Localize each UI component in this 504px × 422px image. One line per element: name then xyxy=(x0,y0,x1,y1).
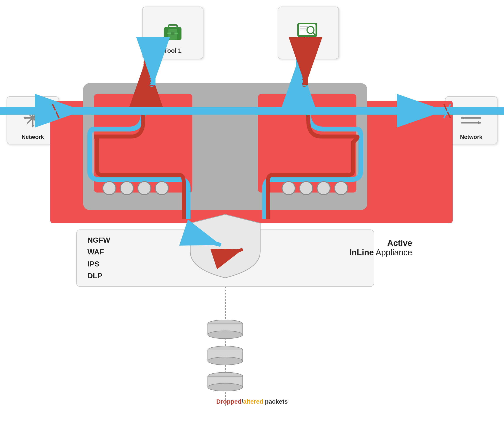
svg-text:(S-1) Before: (S-1) Before xyxy=(301,60,306,87)
svg-point-37 xyxy=(208,357,243,365)
packets-text: packets xyxy=(263,398,288,405)
tool-box-right: Tool 2 xyxy=(278,6,339,59)
active-inline-label: Active InLine Appliance xyxy=(349,239,412,257)
active-text: Active xyxy=(349,239,412,248)
label-dlp: DLP xyxy=(87,270,110,281)
label-ngfw: NGFW xyxy=(87,234,110,246)
dropped-packets-label: Dropped/altered packets xyxy=(216,398,288,405)
svg-text:(S-1) After: (S-1) After xyxy=(142,62,147,85)
svg-point-21 xyxy=(120,182,133,195)
svg-point-26 xyxy=(317,182,330,195)
svg-marker-73 xyxy=(461,116,464,119)
diagram-container: (S-1) After (P-1) Before (P-1) After (S-… xyxy=(0,0,504,422)
inline-labels: NGFW WAF IPS DLP xyxy=(87,234,110,282)
svg-rect-9 xyxy=(83,107,367,115)
svg-point-24 xyxy=(282,182,295,195)
svg-overlay: (S-1) After (P-1) Before (P-1) After (S-… xyxy=(0,0,504,422)
tool-right-label: Tool 2 xyxy=(300,47,317,54)
svg-marker-74 xyxy=(478,121,481,124)
arrows-icon xyxy=(22,107,44,132)
garland-tagline-small: T E C H N O L O G Y xyxy=(153,146,240,149)
inline-bold: InLine xyxy=(349,248,374,257)
svg-marker-65 xyxy=(23,116,26,119)
altered-text: altered xyxy=(243,398,263,405)
edgelens-label: EdgeLens® xyxy=(153,154,240,164)
monitor-search-icon xyxy=(296,22,320,45)
garland-logo: GARLAND T E C H N O L O G Y See every bi… xyxy=(153,127,240,164)
svg-rect-5 xyxy=(0,107,504,115)
svg-rect-28 xyxy=(77,230,374,287)
svg-point-25 xyxy=(300,182,313,195)
svg-point-35 xyxy=(208,346,243,354)
svg-point-23 xyxy=(155,182,168,195)
appliance-text: Appliance xyxy=(376,248,412,257)
garland-tagline: See every bit, byte, and packet® xyxy=(153,150,240,153)
svg-rect-49 xyxy=(168,29,177,40)
tool-box-left: Tool 1 xyxy=(142,6,203,59)
svg-point-40 xyxy=(208,383,243,391)
svg-rect-36 xyxy=(208,350,243,361)
arrows-lr-icon xyxy=(460,111,482,132)
svg-rect-33 xyxy=(208,324,243,335)
svg-point-22 xyxy=(138,182,151,195)
network-right-label: Network xyxy=(460,134,483,141)
svg-marker-64 xyxy=(31,125,34,128)
svg-point-38 xyxy=(208,372,243,380)
network-box-right: Network xyxy=(445,96,498,144)
svg-rect-46 xyxy=(168,25,177,28)
svg-text:(P-1) After: (P-1) After xyxy=(294,62,300,85)
network-left-label: Network xyxy=(22,134,44,141)
svg-point-32 xyxy=(208,320,243,328)
svg-point-75 xyxy=(188,128,206,137)
garland-name: GARLAND xyxy=(153,140,240,146)
svg-point-76 xyxy=(198,132,200,134)
briefcase-icon xyxy=(162,22,184,45)
svg-point-27 xyxy=(335,182,348,195)
label-waf: WAF xyxy=(87,246,110,258)
svg-marker-66 xyxy=(40,116,43,119)
svg-rect-8 xyxy=(258,94,356,193)
svg-text:(P-1) Before: (P-1) Before xyxy=(149,60,154,87)
svg-rect-53 xyxy=(302,40,313,41)
svg-rect-52 xyxy=(305,37,309,40)
tool-left-label: Tool 1 xyxy=(164,47,181,54)
inline-text: InLine Appliance xyxy=(349,248,412,257)
label-ips: IPS xyxy=(87,258,110,270)
svg-rect-39 xyxy=(208,376,243,387)
red-band xyxy=(50,101,453,223)
network-box-left: Network xyxy=(6,96,59,144)
dropped-text: Dropped xyxy=(216,398,241,405)
svg-point-34 xyxy=(208,331,243,339)
svg-point-20 xyxy=(103,182,116,195)
svg-marker-63 xyxy=(31,108,34,111)
